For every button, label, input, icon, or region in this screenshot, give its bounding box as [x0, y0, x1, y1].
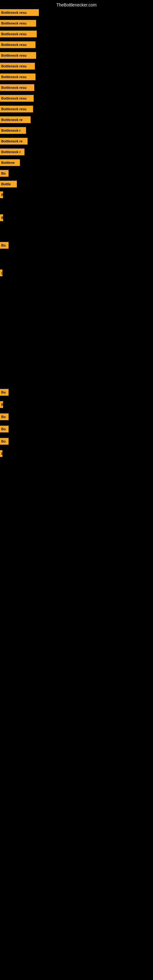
bottleneck-bar: Bottleneck r	[0, 148, 24, 155]
bottleneck-bar: Bottle	[0, 181, 17, 188]
bottleneck-bar: B	[0, 191, 3, 198]
bottleneck-bar: Bottleneck resu	[0, 63, 35, 70]
bottleneck-bar: Bottleneck resu	[0, 95, 33, 102]
bottleneck-bar: |	[0, 269, 2, 276]
bottleneck-bar: Bottleneck re	[0, 116, 30, 123]
bottleneck-bar: Bo	[0, 389, 9, 396]
bottleneck-bar: Bottleneck resu	[0, 106, 33, 112]
bottleneck-bar: Bottleneck resu	[0, 84, 34, 91]
bottleneck-bar: Bo	[0, 414, 9, 420]
bottleneck-bar: B	[0, 401, 3, 408]
bottleneck-bar: Bottleneck resu	[0, 52, 36, 59]
bottleneck-bar: Bottlene	[0, 159, 20, 166]
bottleneck-bar: Bottleneck resu	[0, 30, 37, 37]
bottleneck-bar: B	[0, 450, 2, 457]
bottleneck-bar: Bo	[0, 426, 9, 433]
site-title: TheBottlenecker.com	[0, 2, 153, 7]
bottleneck-bar: Bo	[0, 438, 9, 445]
bottleneck-bar: Bottleneck r	[0, 127, 26, 134]
bottleneck-bar: Bo	[0, 170, 9, 177]
bottleneck-bar: Bottleneck resu	[0, 9, 39, 16]
bottleneck-bar: B	[0, 215, 3, 221]
bottleneck-bar: Bo	[0, 242, 9, 249]
bottleneck-bar: Bottleneck resu	[0, 73, 35, 80]
bottleneck-bar: Bottleneck resu	[0, 41, 35, 48]
bottleneck-bar: Bottleneck re	[0, 138, 27, 145]
bottleneck-bar: Bottleneck resu	[0, 20, 36, 27]
